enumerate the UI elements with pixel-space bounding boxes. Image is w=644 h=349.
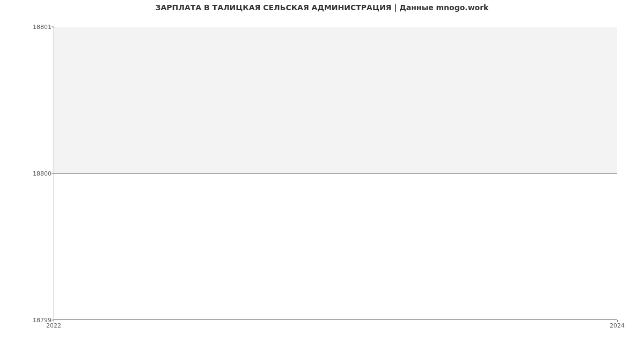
chart-container: ЗАРПЛАТА В ТАЛИЦКАЯ СЕЛЬСКАЯ АДМИНИСТРАЦ… <box>0 0 644 349</box>
y-tick-label: 18801 <box>33 24 52 31</box>
axis-spine-left <box>54 27 54 320</box>
y-tick-mark <box>52 27 54 27</box>
plot-background-upper <box>54 27 617 173</box>
x-tick-label: 2024 <box>610 322 625 329</box>
y-tick-mark <box>52 173 54 174</box>
axis-spine-bottom <box>54 319 617 320</box>
data-line <box>54 173 617 174</box>
plot-area <box>54 27 617 320</box>
chart-title: ЗАРПЛАТА В ТАЛИЦКАЯ СЕЛЬСКАЯ АДМИНИСТРАЦ… <box>0 3 644 12</box>
x-tick-label: 2022 <box>46 322 61 329</box>
plot-background-lower <box>54 173 617 320</box>
y-tick-label: 18800 <box>33 170 52 177</box>
